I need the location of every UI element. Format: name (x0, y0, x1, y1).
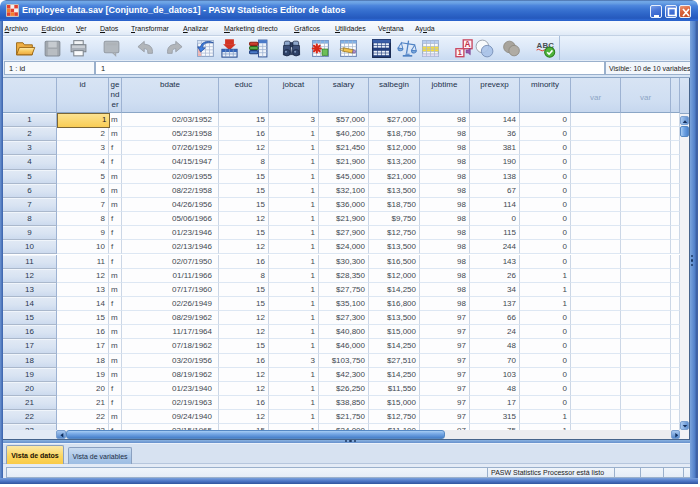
svg-text:A: A (464, 39, 470, 49)
svg-text:1: 1 (457, 48, 461, 57)
